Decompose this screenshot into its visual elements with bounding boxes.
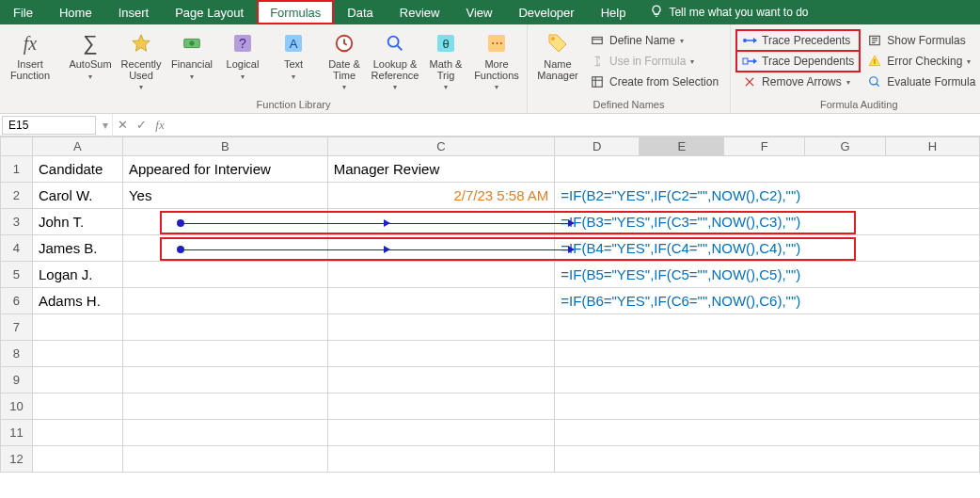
cell[interactable]: =IF(B3="YES",IF(C3="",NOW(),C3),""): [555, 209, 980, 235]
row-header[interactable]: 7: [1, 314, 33, 341]
cell[interactable]: [327, 288, 555, 314]
tab-review[interactable]: Review: [387, 0, 453, 24]
cell[interactable]: =IF(B6="YES",IF(C6="",NOW(),C6),""): [555, 288, 980, 314]
cell[interactable]: =IF(B4="YES",IF(C4="",NOW(),C4),""): [555, 235, 980, 262]
tab-developer[interactable]: Developer: [505, 0, 587, 24]
cell[interactable]: [555, 420, 980, 446]
cell[interactable]: [122, 209, 327, 235]
row-header[interactable]: 12: [1, 446, 33, 473]
formula-input[interactable]: [169, 115, 980, 136]
row-header[interactable]: 6: [1, 288, 33, 314]
financial-button[interactable]: Financial▾: [167, 28, 216, 83]
tab-help[interactable]: Help: [588, 0, 640, 24]
evaluate-formula-button[interactable]: Evaluate Formula: [861, 72, 980, 92]
cell[interactable]: [555, 341, 980, 367]
cell[interactable]: [122, 262, 327, 288]
cell[interactable]: Yes: [122, 183, 327, 209]
row-header[interactable]: 10: [1, 394, 33, 420]
cell[interactable]: [122, 341, 327, 367]
row-header[interactable]: 5: [1, 262, 33, 288]
cell[interactable]: [32, 367, 122, 394]
column-headers[interactable]: A B C D E F G H: [1, 137, 980, 156]
cancel-formula-button[interactable]: ✕: [113, 118, 132, 132]
trace-dependents-button[interactable]: Trace Dependents: [736, 51, 860, 72]
tab-home[interactable]: Home: [46, 0, 105, 24]
namebox-dropdown[interactable]: ▾: [98, 114, 113, 137]
cell[interactable]: =IF(B5="YES",IF(C5="",NOW(),C5),""): [555, 262, 980, 288]
remove-arrows-button[interactable]: Remove Arrows ▾: [736, 72, 860, 92]
cell[interactable]: [122, 446, 327, 473]
logical-button[interactable]: ? Logical▾: [218, 28, 267, 83]
cell[interactable]: Logan J.: [32, 262, 122, 288]
select-all-cell[interactable]: [1, 137, 33, 156]
trace-precedents-button[interactable]: Trace Precedents: [736, 30, 860, 51]
cell[interactable]: [122, 420, 327, 446]
cell[interactable]: [555, 156, 980, 183]
cell[interactable]: John T.: [32, 209, 122, 235]
cell[interactable]: [555, 367, 980, 394]
cell[interactable]: [32, 446, 122, 473]
cell[interactable]: [555, 446, 980, 473]
cell[interactable]: [32, 394, 122, 420]
row-header[interactable]: 1: [1, 156, 33, 183]
tab-insert[interactable]: Insert: [105, 0, 163, 24]
row-header[interactable]: 11: [1, 420, 33, 446]
more-functions-button[interactable]: ⋯ More Functions ▾: [472, 28, 521, 91]
cell[interactable]: [327, 420, 555, 446]
col-header-e[interactable]: E: [640, 137, 724, 156]
col-header-d[interactable]: D: [555, 137, 640, 156]
cell[interactable]: 2/7/23 5:58 AM: [327, 183, 555, 209]
cell[interactable]: [327, 314, 555, 341]
tab-file[interactable]: File: [0, 0, 46, 24]
name-box[interactable]: E15: [2, 116, 96, 135]
use-in-formula-button[interactable]: Use in Formula ▾: [584, 51, 724, 72]
col-header-a[interactable]: A: [32, 137, 122, 156]
cell[interactable]: [32, 341, 122, 367]
row-header[interactable]: 9: [1, 367, 33, 394]
cell[interactable]: [32, 420, 122, 446]
sheet-table[interactable]: A B C D E F G H 1 Candidate Appeared for…: [0, 137, 980, 473]
cell[interactable]: James B.: [32, 235, 122, 262]
cell[interactable]: [327, 446, 555, 473]
col-header-f[interactable]: F: [724, 137, 805, 156]
fx-button[interactable]: fx: [150, 118, 169, 133]
cell[interactable]: [122, 314, 327, 341]
cell[interactable]: Manager Review: [327, 156, 555, 183]
cell[interactable]: Candidate: [32, 156, 122, 183]
cell[interactable]: Appeared for Interview: [122, 156, 327, 183]
cell[interactable]: [327, 394, 555, 420]
insert-function-button[interactable]: fx Insert Function: [6, 28, 55, 81]
row-header[interactable]: 2: [1, 183, 33, 209]
row-header[interactable]: 3: [1, 209, 33, 235]
name-manager-button[interactable]: Name Manager: [533, 28, 582, 81]
cell[interactable]: [327, 262, 555, 288]
col-header-c[interactable]: C: [327, 137, 555, 156]
create-from-selection-button[interactable]: Create from Selection: [584, 72, 724, 92]
date-time-button[interactable]: Date & Time ▾: [320, 28, 369, 91]
math-trig-button[interactable]: θ Math & Trig ▾: [421, 28, 470, 91]
col-header-g[interactable]: G: [805, 137, 886, 156]
row-header[interactable]: 8: [1, 341, 33, 367]
cell[interactable]: [555, 314, 980, 341]
enter-formula-button[interactable]: ✓: [132, 118, 150, 132]
row-header[interactable]: 4: [1, 235, 33, 262]
cell[interactable]: [122, 288, 327, 314]
tab-view[interactable]: View: [452, 0, 505, 24]
text-button[interactable]: A Text▾: [269, 28, 318, 83]
cell[interactable]: Carol W.: [32, 183, 122, 209]
cell[interactable]: [122, 235, 327, 262]
cell[interactable]: [327, 209, 555, 235]
cell[interactable]: [327, 367, 555, 394]
error-checking-button[interactable]: ! Error Checking ▾: [861, 51, 980, 72]
tab-data[interactable]: Data: [334, 0, 386, 24]
cell[interactable]: [327, 235, 555, 262]
lookup-button[interactable]: Lookup & Reference ▾: [371, 28, 419, 91]
show-formulas-button[interactable]: Show Formulas: [861, 30, 980, 51]
cell[interactable]: [327, 341, 555, 367]
cell[interactable]: [555, 394, 980, 420]
autosum-button[interactable]: ∑ AutoSum▾: [66, 28, 115, 83]
tab-page-layout[interactable]: Page Layout: [162, 0, 257, 24]
cell[interactable]: [32, 314, 122, 341]
cell[interactable]: [122, 367, 327, 394]
tab-formulas[interactable]: Formulas: [257, 0, 334, 24]
